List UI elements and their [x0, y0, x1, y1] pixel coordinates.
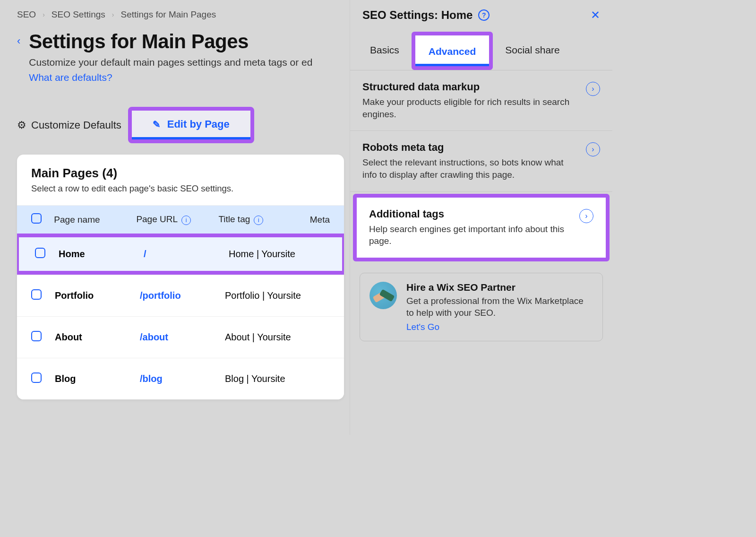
chevron-right-icon[interactable]: ›	[586, 142, 600, 156]
tab-edit-by-page-highlight: ✎ Edit by Page	[128, 107, 254, 143]
select-all-checkbox[interactable]	[31, 213, 42, 224]
page-subtitle: Customize your default main pages settin…	[29, 57, 312, 68]
tab-edit-label: Edit by Page	[167, 118, 230, 130]
chevron-right-icon[interactable]: ›	[586, 82, 600, 96]
table-row[interactable]: Blog /blog Blog | Yoursite	[17, 358, 344, 399]
tab-customize-label: Customize Defaults	[31, 119, 121, 131]
page-title: Settings for Main Pages	[29, 30, 312, 53]
panel-tab-advanced-highlight: Advanced	[412, 32, 493, 70]
gear-icon: ⚙	[17, 119, 26, 131]
table-row[interactable]: Home / Home | Yoursite	[17, 234, 344, 275]
seo-settings-panel: SEO Settings: Home ? ✕ Basics Advanced S…	[350, 0, 612, 435]
promo-desc: Get a professional from the Wix Marketpl…	[406, 295, 593, 319]
row-checkbox[interactable]	[35, 248, 45, 258]
chevron-right-icon[interactable]: ›	[579, 209, 593, 223]
section-robots-meta[interactable]: Robots meta tag Select the relevant inst…	[350, 131, 612, 191]
info-icon[interactable]: i	[254, 216, 263, 225]
row-name: Blog	[55, 373, 140, 384]
section-desc: Make your products eligible for rich res…	[362, 96, 579, 120]
row-url[interactable]: /about	[140, 332, 225, 343]
defaults-link[interactable]: What are defaults?	[29, 72, 312, 83]
row-title: Portfolio | Yoursite	[225, 290, 319, 301]
promo-card: Hire a Wix SEO Partner Get a professiona…	[360, 273, 603, 341]
section-desc: Select the relevant instructions, so bot…	[362, 156, 579, 181]
pencil-icon: ✎	[153, 119, 161, 130]
crumb-seo[interactable]: SEO	[17, 9, 36, 20]
section-structured-data[interactable]: Structured data markup Make your product…	[350, 70, 612, 131]
section-additional-tags[interactable]: Additional tags Help search engines get …	[353, 194, 610, 261]
col-title-tag: Title tagi	[218, 214, 309, 225]
row-name: Home	[59, 249, 144, 260]
row-title: About | Yoursite	[225, 332, 319, 343]
row-title: Home | Yoursite	[229, 249, 323, 260]
table-subtitle: Select a row to edit each page's basic S…	[31, 183, 330, 194]
col-page-url: Page URLi	[136, 214, 218, 225]
row-checkbox[interactable]	[31, 372, 42, 383]
col-meta: Meta	[310, 215, 330, 225]
panel-tabs: Basics Advanced Social share	[350, 30, 612, 70]
table-header-row: Page name Page URLi Title tagi Meta	[17, 205, 344, 234]
chevron-right-icon: ›	[112, 11, 114, 18]
tab-edit-by-page[interactable]: ✎ Edit by Page	[132, 111, 250, 139]
row-url[interactable]: /blog	[140, 373, 225, 384]
row-checkbox[interactable]	[31, 331, 42, 341]
row-name: Portfolio	[55, 290, 140, 301]
row-title: Blog | Yoursite	[225, 373, 319, 384]
tab-customize-defaults[interactable]: ⚙ Customize Defaults	[17, 115, 121, 135]
promo-link[interactable]: Let's Go	[406, 322, 439, 332]
section-title: Robots meta tag	[362, 141, 579, 154]
table-row[interactable]: Portfolio /portfolio Portfolio | Yoursit…	[17, 275, 344, 316]
row-url[interactable]: /portfolio	[140, 290, 225, 301]
help-icon[interactable]: ?	[478, 9, 490, 21]
back-arrow-icon[interactable]: ‹	[17, 35, 20, 47]
table-row[interactable]: About /about About | Yoursite	[17, 316, 344, 358]
promo-title: Hire a Wix SEO Partner	[406, 282, 593, 293]
col-page-name: Page name	[54, 215, 136, 225]
crumb-seo-settings[interactable]: SEO Settings	[52, 9, 105, 20]
row-checkbox[interactable]	[31, 289, 42, 300]
chevron-right-icon: ›	[43, 11, 45, 18]
table-title: Main Pages (4)	[31, 166, 330, 181]
panel-tab-social[interactable]: Social share	[493, 30, 572, 70]
panel-title: SEO Settings: Home	[362, 9, 472, 22]
section-title: Structured data markup	[362, 81, 579, 93]
panel-tab-advanced[interactable]: Advanced	[415, 35, 489, 66]
row-name: About	[55, 332, 140, 343]
section-title: Additional tags	[369, 208, 573, 220]
row-url[interactable]: /	[144, 249, 229, 260]
crumb-current: Settings for Main Pages	[121, 9, 216, 20]
main-pages-table: Main Pages (4) Select a row to edit each…	[17, 155, 344, 399]
handshake-icon	[369, 282, 397, 309]
panel-tab-basics[interactable]: Basics	[358, 30, 412, 70]
section-desc: Help search engines get important info a…	[369, 223, 573, 247]
info-icon[interactable]: i	[181, 216, 191, 225]
close-icon[interactable]: ✕	[591, 9, 600, 22]
